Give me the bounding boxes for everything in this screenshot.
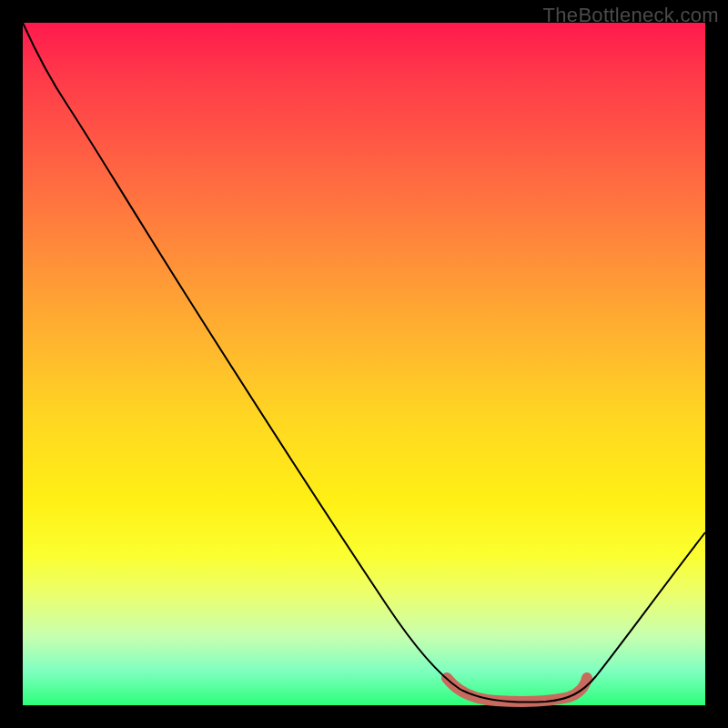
chart-frame: TheBottleneck.com <box>0 0 728 728</box>
bottleneck-curve-line <box>23 23 705 703</box>
chart-svg <box>23 23 705 705</box>
watermark-text: TheBottleneck.com <box>543 4 719 27</box>
chart-plot-area <box>23 23 705 705</box>
